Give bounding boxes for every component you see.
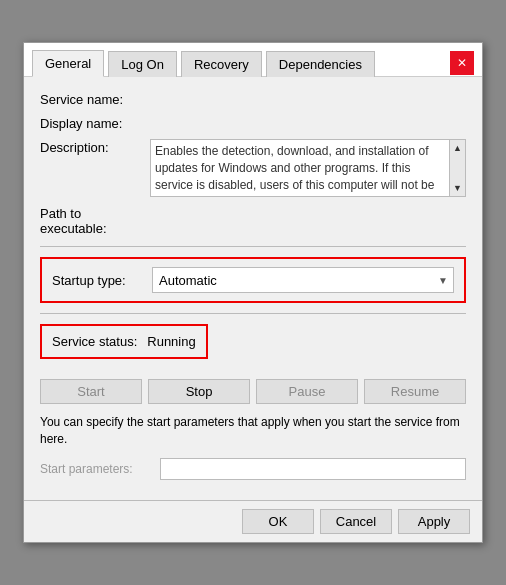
title-bar: General Log On Recovery Dependencies ✕ bbox=[24, 43, 482, 77]
startup-section: Startup type: Automatic Automatic (Delay… bbox=[40, 257, 466, 303]
display-name-label: Display name: bbox=[40, 115, 150, 131]
tab-dependencies[interactable]: Dependencies bbox=[266, 51, 375, 77]
startup-label: Startup type: bbox=[52, 273, 152, 288]
description-row: Description: Enables the detection, down… bbox=[40, 139, 466, 197]
dialog-window: General Log On Recovery Dependencies ✕ S… bbox=[23, 42, 483, 543]
status-label: Service status: bbox=[52, 334, 137, 349]
service-name-row: Service name: bbox=[40, 91, 466, 107]
status-section: Service status: Running bbox=[40, 324, 208, 359]
info-text: You can specify the start parameters tha… bbox=[40, 414, 466, 448]
description-box: Enables the detection, download, and ins… bbox=[150, 139, 466, 197]
service-control-buttons: Start Stop Pause Resume bbox=[40, 379, 466, 404]
startup-row: Startup type: Automatic Automatic (Delay… bbox=[52, 267, 454, 293]
cancel-button[interactable]: Cancel bbox=[320, 509, 392, 534]
display-name-row: Display name: bbox=[40, 115, 466, 131]
params-label: Start parameters: bbox=[40, 462, 160, 476]
resume-button[interactable]: Resume bbox=[364, 379, 466, 404]
params-input[interactable] bbox=[160, 458, 466, 480]
path-label: Path to executable: bbox=[40, 205, 150, 236]
tab-logon[interactable]: Log On bbox=[108, 51, 177, 77]
description-label: Description: bbox=[40, 139, 150, 155]
apply-button[interactable]: Apply bbox=[398, 509, 470, 534]
startup-type-select[interactable]: Automatic Automatic (Delayed Start) Manu… bbox=[152, 267, 454, 293]
description-scrollbar[interactable]: ▲ ▼ bbox=[449, 140, 465, 196]
params-row: Start parameters: bbox=[40, 458, 466, 480]
tab-recovery[interactable]: Recovery bbox=[181, 51, 262, 77]
start-button[interactable]: Start bbox=[40, 379, 142, 404]
divider-2 bbox=[40, 313, 466, 314]
path-row: Path to executable: bbox=[40, 205, 466, 236]
service-name-label: Service name: bbox=[40, 91, 150, 107]
close-button[interactable]: ✕ bbox=[450, 51, 474, 75]
tabs-container: General Log On Recovery Dependencies bbox=[32, 49, 377, 76]
tab-general[interactable]: General bbox=[32, 50, 104, 77]
scroll-up-arrow[interactable]: ▲ bbox=[451, 140, 465, 156]
scroll-down-arrow[interactable]: ▼ bbox=[451, 180, 465, 196]
description-text: Enables the detection, download, and ins… bbox=[155, 143, 461, 193]
dialog-footer: OK Cancel Apply bbox=[24, 500, 482, 542]
divider-1 bbox=[40, 246, 466, 247]
startup-select-wrapper: Automatic Automatic (Delayed Start) Manu… bbox=[152, 267, 454, 293]
status-value: Running bbox=[147, 334, 195, 349]
dialog-body: Service name: Display name: Description:… bbox=[24, 77, 482, 500]
pause-button[interactable]: Pause bbox=[256, 379, 358, 404]
stop-button[interactable]: Stop bbox=[148, 379, 250, 404]
ok-button[interactable]: OK bbox=[242, 509, 314, 534]
